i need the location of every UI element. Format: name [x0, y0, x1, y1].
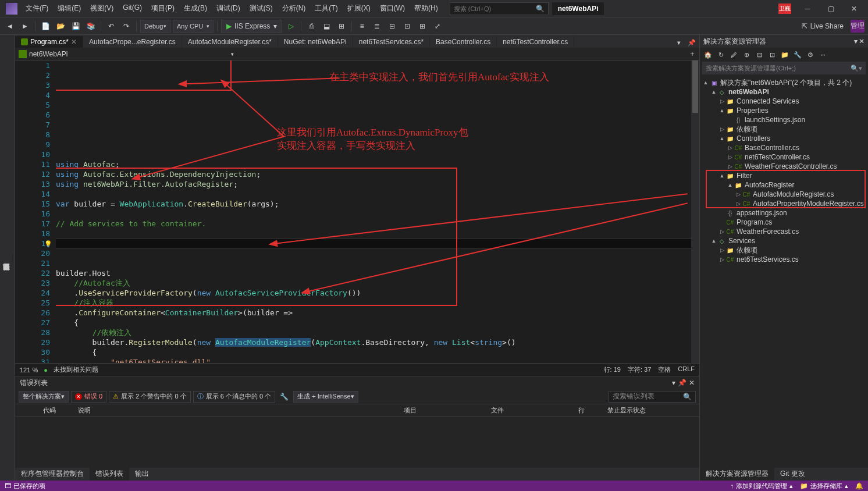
tree-node[interactable]: ▲📁AutofacRegister	[700, 180, 868, 190]
document-tab[interactable]: Program.cs* ✕	[15, 36, 83, 48]
tb-icon-8[interactable]: ⊞	[416, 20, 429, 33]
tree-node[interactable]: C#Program.cs	[700, 218, 868, 227]
messages-badge[interactable]: ⓘ展示 6 个消息中的 0 个	[193, 391, 275, 403]
menu-item[interactable]: 视图(V)	[86, 1, 118, 16]
tree-node[interactable]: ▲▣解决方案"net6WebAPi"(2 个项目，共 2 个)	[700, 78, 868, 87]
tool-icon[interactable]: ↔	[817, 49, 829, 61]
tree-node[interactable]: ▲📁Filter	[700, 171, 868, 180]
sol-bottom-tab[interactable]: Git 更改	[774, 467, 811, 481]
close-button[interactable]: ✕	[842, 0, 866, 17]
tool-icon[interactable]: 🔧	[792, 49, 803, 61]
error-col-header[interactable]: 禁止显示状态	[603, 406, 673, 415]
lightbulb-icon[interactable]: 💡	[44, 239, 52, 249]
document-tab[interactable]: net6TestController.cs	[497, 36, 574, 48]
tree-node[interactable]: ▷📁依赖项	[700, 246, 868, 255]
tool-icon[interactable]: ⚙	[805, 49, 816, 61]
redo-button[interactable]: ↷	[120, 20, 133, 33]
minimize-button[interactable]: ─	[796, 0, 819, 17]
tree-node[interactable]: ▷C#net6TestServices.cs	[700, 255, 868, 264]
tb-icon-3[interactable]: ⊞	[335, 20, 348, 33]
tree-node[interactable]: {}launchSettings.json	[700, 115, 868, 124]
open-button[interactable]: 📂	[54, 20, 67, 33]
run-button[interactable]: ▶IIS Express▾	[221, 20, 282, 33]
notification-icon[interactable]: 🔔	[855, 482, 863, 490]
tb-icon-6[interactable]: ⊟	[386, 20, 399, 33]
build-dropdown[interactable]: 生成 + IntelliSense ▾	[293, 391, 358, 403]
document-tab[interactable]: BaseController.cs	[430, 36, 497, 48]
error-col-header[interactable]	[15, 406, 38, 415]
tree-node[interactable]: {}appsettings.json	[700, 208, 868, 218]
search-input[interactable]	[454, 5, 524, 12]
solution-search[interactable]: 搜索解决方案资源管理器(Ctrl+;)🔍▾	[702, 62, 866, 74]
menu-item[interactable]: 分析(N)	[278, 1, 311, 16]
menu-item[interactable]: 生成(B)	[179, 1, 212, 16]
tb-icon-7[interactable]: ⊡	[401, 20, 414, 33]
save-all-button[interactable]: 📚	[84, 20, 97, 33]
document-tab[interactable]: AutofacModuleRegister.cs*	[182, 36, 278, 48]
nav-fwd-button[interactable]: ►	[19, 20, 31, 33]
tool-icon[interactable]: 📁	[779, 49, 791, 61]
close-icon[interactable]: ✕	[859, 37, 865, 45]
indent-mode[interactable]: 空格	[658, 365, 671, 374]
tree-node[interactable]: ▷📁Connected Services	[700, 97, 868, 106]
sidebar-tab[interactable]: 服务器资源管理器	[0, 254, 13, 261]
solution-tree[interactable]: ▲▣解决方案"net6WebAPi"(2 个项目，共 2 个)▲◇net6Web…	[700, 77, 868, 468]
tool-icon[interactable]: 🖉	[728, 49, 739, 61]
menu-item[interactable]: 帮助(H)	[410, 1, 443, 16]
error-col-header[interactable]: 代码	[38, 406, 73, 415]
close-icon[interactable]: 📌	[678, 379, 686, 387]
filter-icon[interactable]: 🔧	[278, 393, 291, 401]
line-ending[interactable]: CRLF	[678, 365, 695, 374]
menu-item[interactable]: 调试(D)	[212, 1, 245, 16]
live-share-button[interactable]: ⇱ Live Share	[797, 22, 848, 30]
maximize-button[interactable]: ▢	[819, 0, 842, 17]
bottom-tab[interactable]: 错误列表	[90, 467, 129, 481]
save-button[interactable]: 💾	[69, 20, 82, 33]
error-col-header[interactable]: 项目	[399, 406, 486, 415]
error-col-header[interactable]: 文件	[486, 406, 574, 415]
menu-item[interactable]: 窗口(W)	[375, 1, 410, 16]
tool-icon[interactable]: ⊟	[753, 49, 765, 61]
tree-node[interactable]: ▷📁依赖项	[700, 124, 868, 134]
issues-status[interactable]: 未找到相关问题	[54, 365, 98, 374]
scope-dropdown[interactable]: 整个解决方案 ▾	[19, 391, 69, 403]
menu-item[interactable]: 项目(P)	[147, 1, 179, 16]
tool-icon[interactable]: ⊕	[741, 49, 752, 61]
menu-item[interactable]: 扩展(X)	[343, 1, 375, 16]
run-noDebug-button[interactable]: ▷	[284, 20, 297, 33]
document-tab[interactable]: net6TestServices.cs*	[353, 36, 430, 48]
sol-bottom-tab[interactable]: 解决方案资源管理器	[700, 467, 774, 481]
menu-item[interactable]: 编辑(E)	[53, 1, 86, 16]
menu-item[interactable]: 测试(S)	[245, 1, 278, 16]
overflow-icon[interactable]: ▾	[674, 37, 684, 48]
pin-icon[interactable]: ▾	[672, 379, 675, 387]
tree-node[interactable]: ▲📁Controllers	[700, 134, 868, 143]
dropdown-icon[interactable]: ▾	[854, 37, 858, 45]
error-search[interactable]: 搜索错误列表🔍	[609, 391, 696, 403]
pin-icon[interactable]: 📌	[686, 37, 697, 48]
search-box[interactable]: 🔍	[450, 2, 549, 15]
vertical-scrollbar[interactable]	[691, 61, 699, 363]
tree-node[interactable]: ▷C#net6TestController.cs	[700, 152, 868, 162]
platform-dropdown[interactable]: Any CPU▾	[173, 20, 214, 33]
tb-icon-5[interactable]: ≣	[371, 20, 383, 33]
config-dropdown[interactable]: Debug▾	[140, 20, 170, 33]
tb-icon-9[interactable]: ⤢	[431, 20, 444, 33]
repo-button[interactable]: 📁 选择存储库 ▴	[800, 482, 848, 490]
nav-back-button[interactable]: ◄	[3, 20, 16, 33]
code-editor[interactable]: 💡123456789101112131415161718192021222324…	[15, 61, 699, 363]
tree-node[interactable]: ▷C#AutofacPropertityModuleRegister.cs	[700, 199, 868, 208]
error-col-header[interactable]: 说明	[73, 406, 399, 415]
sync-icon[interactable]: ↻	[715, 49, 727, 61]
document-tab[interactable]: AutofacPrope...eRegister.cs	[83, 36, 182, 48]
menu-item[interactable]: 文件(F)	[21, 1, 53, 16]
menu-item[interactable]: 工具(T)	[310, 1, 342, 16]
tree-node[interactable]: ▲📁Properties	[700, 106, 868, 115]
tb-icon-4[interactable]: ≡	[355, 20, 368, 33]
tree-node[interactable]: ▷C#BaseController.cs	[700, 143, 868, 152]
tool-icon[interactable]: ⊡	[766, 49, 778, 61]
user-badge[interactable]: 卫巍	[778, 3, 791, 14]
errors-badge[interactable]: ✕错误 0	[71, 391, 106, 403]
error-col-header[interactable]: 行	[574, 406, 603, 415]
home-icon[interactable]: 🏠	[702, 49, 714, 61]
